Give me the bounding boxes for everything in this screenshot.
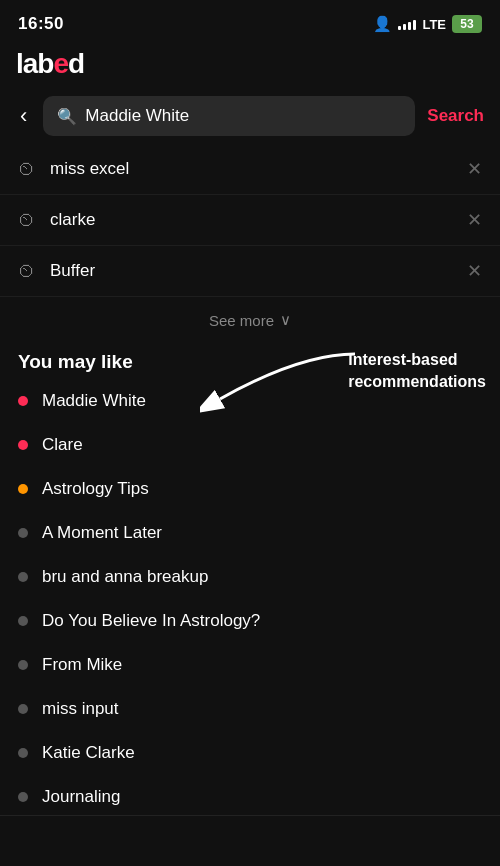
dot-icon-9 bbox=[18, 792, 28, 802]
close-icon-2[interactable]: ✕ bbox=[467, 260, 482, 282]
app-logo: labed bbox=[16, 48, 84, 80]
status-right: 👤 LTE 53 bbox=[373, 15, 482, 33]
rec-label-5: Do You Believe In Astrology? bbox=[42, 611, 260, 631]
recent-item-1[interactable]: ⏲ clarke ✕ bbox=[0, 195, 500, 246]
see-more-row[interactable]: See more ∨ bbox=[0, 297, 500, 343]
clock-icon-2: ⏲ bbox=[18, 261, 36, 282]
dot-icon-3 bbox=[18, 528, 28, 538]
search-input-wrap[interactable]: 🔍 Maddie White bbox=[43, 96, 415, 136]
rec-label-0: Maddie White bbox=[42, 391, 146, 411]
rec-item-4[interactable]: bru and anna breakup bbox=[0, 555, 500, 599]
rec-label-7: miss input bbox=[42, 699, 119, 719]
battery-level: 53 bbox=[460, 17, 473, 31]
dot-icon-7 bbox=[18, 704, 28, 714]
status-bar: 16:50 👤 LTE 53 bbox=[0, 0, 500, 44]
recent-item-2[interactable]: ⏲ Buffer ✕ bbox=[0, 246, 500, 297]
recent-item-0[interactable]: ⏲ miss excel ✕ bbox=[0, 144, 500, 195]
lte-label: LTE bbox=[422, 17, 446, 32]
rec-item-9[interactable]: Journaling bbox=[0, 775, 500, 816]
clock-icon-0: ⏲ bbox=[18, 159, 36, 180]
rec-label-8: Katie Clarke bbox=[42, 743, 135, 763]
see-more-label: See more bbox=[209, 312, 274, 329]
rec-item-2[interactable]: Astrology Tips bbox=[0, 467, 500, 511]
dot-icon-2 bbox=[18, 484, 28, 494]
rec-item-3[interactable]: A Moment Later bbox=[0, 511, 500, 555]
rec-item-7[interactable]: miss input bbox=[0, 687, 500, 731]
close-icon-0[interactable]: ✕ bbox=[467, 158, 482, 180]
dot-icon-5 bbox=[18, 616, 28, 626]
dot-icon-0 bbox=[18, 396, 28, 406]
person-icon: 👤 bbox=[373, 15, 392, 33]
rec-item-1[interactable]: Clare bbox=[0, 423, 500, 467]
dot-icon-8 bbox=[18, 748, 28, 758]
recent-label-0: miss excel bbox=[50, 159, 453, 179]
dot-icon-1 bbox=[18, 440, 28, 450]
rec-item-0[interactable]: Maddie White bbox=[0, 379, 500, 423]
recent-searches-list: ⏲ miss excel ✕ ⏲ clarke ✕ ⏲ Buffer ✕ bbox=[0, 144, 500, 297]
battery-indicator: 53 bbox=[452, 15, 482, 33]
rec-label-1: Clare bbox=[42, 435, 83, 455]
recent-label-1: clarke bbox=[50, 210, 453, 230]
rec-label-9: Journaling bbox=[42, 787, 120, 807]
app-header: labed bbox=[0, 44, 500, 88]
you-may-like-heading: You may like bbox=[0, 343, 500, 379]
status-time: 16:50 bbox=[18, 14, 64, 34]
search-query-text[interactable]: Maddie White bbox=[85, 106, 401, 126]
close-icon-1[interactable]: ✕ bbox=[467, 209, 482, 231]
dot-icon-4 bbox=[18, 572, 28, 582]
rec-item-8[interactable]: Katie Clarke bbox=[0, 731, 500, 775]
search-icon: 🔍 bbox=[57, 107, 77, 126]
recent-label-2: Buffer bbox=[50, 261, 453, 281]
search-button[interactable]: Search bbox=[427, 106, 484, 126]
recommendations-list: Maddie White Clare Astrology Tips A Mome… bbox=[0, 379, 500, 816]
rec-item-5[interactable]: Do You Believe In Astrology? bbox=[0, 599, 500, 643]
rec-label-3: A Moment Later bbox=[42, 523, 162, 543]
rec-label-6: From Mike bbox=[42, 655, 122, 675]
rec-label-4: bru and anna breakup bbox=[42, 567, 208, 587]
clock-icon-1: ⏲ bbox=[18, 210, 36, 231]
search-row: ‹ 🔍 Maddie White Search bbox=[0, 88, 500, 144]
dot-icon-6 bbox=[18, 660, 28, 670]
rec-label-2: Astrology Tips bbox=[42, 479, 149, 499]
signal-icon bbox=[398, 18, 416, 30]
rec-item-6[interactable]: From Mike bbox=[0, 643, 500, 687]
back-button[interactable]: ‹ bbox=[16, 99, 31, 133]
chevron-down-icon: ∨ bbox=[280, 311, 291, 329]
